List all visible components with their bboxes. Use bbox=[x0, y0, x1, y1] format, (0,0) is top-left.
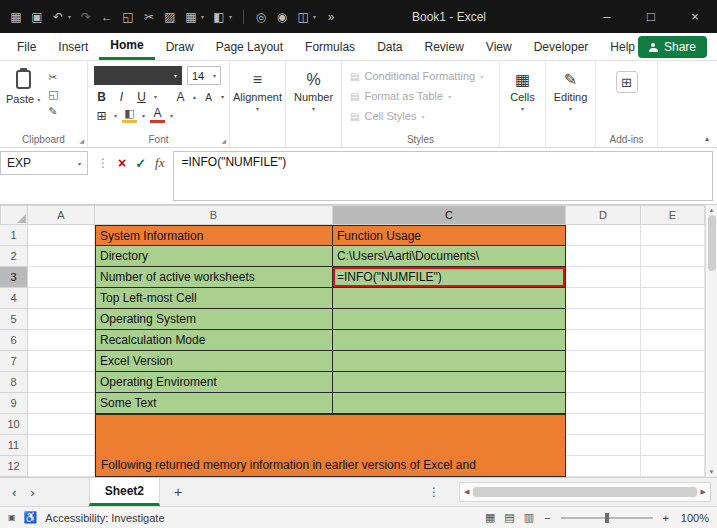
font-dialog-launcher-icon[interactable]: ◢ bbox=[221, 137, 226, 144]
cell-B9[interactable]: Some Text bbox=[95, 393, 333, 414]
new-sheet-button[interactable]: + bbox=[160, 478, 196, 506]
tab-review[interactable]: Review bbox=[413, 33, 474, 60]
alignment-dropdown-icon[interactable]: ▾ bbox=[256, 105, 259, 112]
number-dropdown-icon[interactable]: ▾ bbox=[312, 105, 315, 112]
tab-draw[interactable]: Draw bbox=[155, 33, 205, 60]
cell-D9[interactable] bbox=[566, 393, 641, 414]
name-box-dropdown-icon[interactable]: ▾ bbox=[78, 160, 81, 167]
cell-E6[interactable] bbox=[641, 330, 705, 351]
tab-scroll-divider-icon[interactable]: ⋮ bbox=[428, 478, 440, 506]
cell-B5[interactable]: Operating System bbox=[95, 309, 333, 330]
row-header-9[interactable]: 9 bbox=[0, 393, 28, 414]
column-header-D[interactable]: D bbox=[566, 205, 641, 225]
fill-color-icon[interactable]: ◧ bbox=[213, 10, 225, 24]
format-painter-icon[interactable]: ✎ bbox=[48, 105, 58, 118]
cell-D3[interactable] bbox=[566, 267, 641, 288]
tab-data[interactable]: Data bbox=[366, 33, 413, 60]
cell-D8[interactable] bbox=[566, 372, 641, 393]
horizontal-scrollbar[interactable]: ◀ ▶ bbox=[459, 482, 711, 502]
cell-E11[interactable] bbox=[641, 435, 705, 456]
cell-A6[interactable] bbox=[28, 330, 95, 351]
tab-formulas[interactable]: Formulas bbox=[294, 33, 366, 60]
cell-A10[interactable] bbox=[28, 414, 95, 435]
tab-developer[interactable]: Developer bbox=[523, 33, 600, 60]
cell-B2[interactable]: Directory bbox=[95, 246, 333, 267]
editing-dropdown-icon[interactable]: ▾ bbox=[569, 105, 572, 112]
sheet-tab-sheet2[interactable]: Sheet2 bbox=[89, 478, 160, 506]
cell-A8[interactable] bbox=[28, 372, 95, 393]
back-icon[interactable]: ← bbox=[101, 10, 113, 24]
zoom-slider[interactable] bbox=[561, 517, 653, 519]
zoom-in-button[interactable]: + bbox=[663, 512, 669, 524]
cell-E7[interactable] bbox=[641, 351, 705, 372]
cell-A5[interactable] bbox=[28, 309, 95, 330]
share-button[interactable]: Share bbox=[638, 36, 707, 58]
scroll-up-icon[interactable]: ▲ bbox=[709, 207, 715, 213]
camera-icon[interactable]: ◉ bbox=[276, 10, 288, 24]
cell-C1[interactable]: Function Usage bbox=[333, 225, 566, 246]
cell-C8[interactable] bbox=[333, 372, 566, 393]
addins-group[interactable]: ⊞ Add-ins bbox=[596, 61, 658, 147]
clipboard-dialog-launcher-icon[interactable]: ◢ bbox=[79, 137, 84, 144]
insert-function-button[interactable]: fx bbox=[155, 155, 164, 171]
row-header-4[interactable]: 4 bbox=[0, 288, 28, 309]
column-header-C[interactable]: C bbox=[333, 205, 566, 225]
cell-D1[interactable] bbox=[566, 225, 641, 246]
cell-E3[interactable] bbox=[641, 267, 705, 288]
copy-icon[interactable]: ◱ bbox=[48, 88, 58, 101]
row-header-1[interactable]: 1 bbox=[0, 225, 28, 246]
cell-B8[interactable]: Operating Enviroment bbox=[95, 372, 333, 393]
scroll-down-icon[interactable]: ▼ bbox=[709, 469, 715, 475]
underline-dropdown-icon[interactable]: ▾ bbox=[154, 93, 157, 100]
cell-B3[interactable]: Number of active worksheets bbox=[95, 267, 333, 288]
zoom-level[interactable]: 100% bbox=[679, 512, 709, 524]
cell-E10[interactable] bbox=[641, 414, 705, 435]
cells-dropdown-icon[interactable]: ▾ bbox=[521, 105, 524, 112]
scroll-left-icon[interactable]: ◀ bbox=[464, 488, 469, 496]
undo-icon[interactable]: ↶ bbox=[52, 10, 64, 24]
toolbar-overflow-icon[interactable]: » bbox=[325, 10, 337, 24]
alignment-group[interactable]: ≡ Alignment ▾ bbox=[230, 61, 286, 147]
font-color-button[interactable]: A bbox=[150, 107, 165, 123]
row-header-2[interactable]: 2 bbox=[0, 246, 28, 267]
scroll-right-icon[interactable]: ▶ bbox=[701, 488, 706, 496]
close-button[interactable]: × bbox=[673, 0, 717, 33]
normal-view-icon[interactable]: ▦ bbox=[485, 511, 495, 524]
horizontal-scroll-thumb[interactable] bbox=[473, 487, 696, 497]
row-header-7[interactable]: 7 bbox=[0, 351, 28, 372]
cell-D10[interactable] bbox=[566, 414, 641, 435]
cut-icon[interactable]: ✂ bbox=[48, 71, 58, 84]
name-box[interactable]: EXP ▾ bbox=[0, 151, 88, 175]
column-header-B[interactable]: B bbox=[95, 205, 333, 225]
cell-A2[interactable] bbox=[28, 246, 95, 267]
cell-E1[interactable] bbox=[641, 225, 705, 246]
page-break-view-icon[interactable]: ▥ bbox=[524, 511, 534, 524]
borders-button[interactable]: ⊞ bbox=[94, 107, 109, 123]
font-name-dropdown-icon[interactable]: ▾ bbox=[174, 72, 177, 79]
vertical-scroll-thumb[interactable] bbox=[708, 215, 716, 271]
cell-B1[interactable]: System Information bbox=[95, 225, 333, 246]
row-header-10[interactable]: 10 bbox=[0, 414, 28, 435]
font-name-combo[interactable]: ▾ bbox=[94, 66, 182, 85]
cell-E2[interactable] bbox=[641, 246, 705, 267]
cell-C6[interactable] bbox=[333, 330, 566, 351]
cell-C4[interactable] bbox=[333, 288, 566, 309]
chart-icon[interactable]: ◫ bbox=[297, 10, 309, 24]
cell-E4[interactable] bbox=[641, 288, 705, 309]
table-dropdown-icon[interactable]: ▾ bbox=[201, 13, 204, 20]
cells-group[interactable]: ▦ Cells ▾ bbox=[500, 61, 546, 147]
app-icon[interactable]: ▦ bbox=[10, 10, 22, 24]
cell-styles-button[interactable]: ▤ Cell Styles ▾ bbox=[350, 107, 495, 125]
cut-icon[interactable]: ✂ bbox=[143, 10, 155, 24]
number-group[interactable]: % Number ▾ bbox=[286, 61, 342, 147]
redo-icon[interactable]: ↷ bbox=[80, 10, 92, 24]
cell-D2[interactable] bbox=[566, 246, 641, 267]
format-as-table-button[interactable]: ▤ Format as Table ▾ bbox=[350, 87, 495, 105]
save-icon[interactable]: ▣ bbox=[31, 10, 43, 24]
column-header-E[interactable]: E bbox=[641, 205, 705, 225]
picture-icon[interactable]: ▨ bbox=[164, 10, 176, 24]
maximize-button[interactable]: □ bbox=[629, 0, 673, 33]
next-sheet-icon[interactable]: › bbox=[30, 485, 34, 500]
cell-A3[interactable] bbox=[28, 267, 95, 288]
paste-button[interactable]: Paste▾ bbox=[6, 67, 40, 131]
